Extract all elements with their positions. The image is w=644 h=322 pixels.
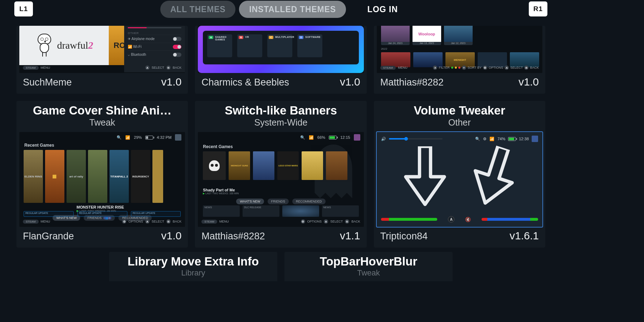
battery-pct: 29% [134, 135, 142, 140]
theme-version: v1.0 [518, 76, 539, 88]
theme-card[interactable]: Switch-like Banners System-Wide 🔍 📶 66% … [195, 101, 366, 248]
wifi-icon: 📶 [489, 137, 494, 141]
section-label: Recent Games [24, 143, 54, 148]
featured-title: MONSTER HUNTER RISE [77, 205, 124, 209]
theme-grid: drawful2 RO OTHER ✈ Airplane mode 📶 Wi-F… [16, 26, 545, 248]
battery-icon [329, 136, 337, 140]
theme-author: Charmics & Beebles [201, 77, 289, 88]
drawful-logo-text: drawful2 [57, 40, 93, 51]
search-icon: 🔍 [117, 135, 122, 140]
wifi-icon: 📶 [309, 135, 314, 140]
volume-slider [389, 138, 443, 140]
theme-author: Matthias#8282 [201, 231, 265, 242]
avatar [354, 134, 360, 141]
toggle-airplane [173, 37, 181, 41]
theme-grid-row-partial: Library Move Extra Info Library TopBarHo… [16, 252, 545, 281]
theme-card[interactable]: Library Move Extra Info Library [109, 252, 277, 281]
search-icon: 🔍 [300, 135, 305, 140]
theme-version: v1.0 [161, 230, 182, 242]
a-button-icon: A [448, 216, 454, 223]
library-tile: Jan 24, 2023 [381, 26, 410, 45]
battery-pct: 74% [497, 137, 505, 141]
library-tile: WooloopJan 13, 2023 [413, 26, 441, 45]
arrow-down-icon [402, 146, 448, 207]
featured-title: Shady Part of Me [203, 188, 239, 192]
theme-card[interactable]: drawful2 RO OTHER ✈ Airplane mode 📶 Wi-F… [16, 26, 188, 94]
top-bar: L1 ALL THEMES INSTALLED THEMES LOG IN R1 [0, 0, 562, 26]
theme-title: Library Move Extra Info [109, 255, 277, 268]
theme-preview: 🔍 📶 29% 4:32 PM Recent Games ELDEN RING … [19, 132, 185, 227]
theme-card[interactable]: Volume Tweaker Other 🔊 🔍 ⚙ 📶 74% 12:38 [374, 101, 545, 248]
year-divider: 2022 [381, 47, 387, 50]
theme-title: Volume Tweaker [380, 104, 540, 117]
library-tile: Jan 12, 2023 [444, 26, 473, 45]
theme-category: System-Wide [201, 117, 361, 128]
clock: 12:15 [340, 135, 350, 140]
theme-title: TopBarHoverBlur [284, 255, 453, 268]
preview-footer: STEAMMENU ASELECT BBACK [23, 64, 181, 71]
shoulder-r1-button[interactable]: R1 [529, 1, 547, 16]
theme-author: SuchMeme [23, 77, 72, 88]
preview-footer: STEAMMENU XFILTER YSORT BY ⚙OPTIONS ASEL… [380, 64, 539, 71]
panel-heading: OTHER [128, 31, 181, 35]
speaker-muted-icon: 🔇 [465, 217, 471, 222]
theme-preview: ASHARED GAMES BVR CMULTIPLAYER DSOFTWARE [198, 26, 364, 73]
tab-row: ALL THEMES INSTALLED THEMES LOG IN [160, 1, 401, 18]
theme-author: FlanGrande [23, 231, 74, 242]
collection-tile: ASHARED GAMES [207, 34, 232, 57]
arrow-down-icon [462, 141, 525, 213]
tab-all-themes[interactable]: ALL THEMES [160, 1, 236, 18]
theme-version: v1.1 [340, 230, 360, 242]
preview-logo-box: drawful2 [19, 26, 109, 65]
clock: 4:32 PM [157, 135, 171, 140]
theme-version: v1.0 [161, 76, 182, 88]
theme-card[interactable]: Game Cover Shine Ani… Tweak 🔍 📶 29% 4:32… [16, 101, 188, 248]
login-button[interactable]: LOG IN [364, 1, 401, 18]
volume-bar [482, 218, 538, 221]
theme-preview: drawful2 RO OTHER ✈ Airplane mode 📶 Wi-F… [19, 26, 185, 73]
theme-version: v1.0 [340, 76, 360, 88]
search-icon: 🔍 [475, 137, 480, 141]
collection-tile: CMULTIPLAYER [267, 34, 292, 57]
speaker-icon: 🔊 [381, 137, 386, 141]
theme-preview: 🔊 🔍 ⚙ 📶 74% 12:38 A 🔇 [377, 132, 542, 227]
theme-category: Other [380, 117, 540, 128]
battery-pct: 66% [317, 135, 325, 140]
theme-card[interactable]: ASHARED GAMES BVR CMULTIPLAYER DSOFTWARE… [195, 26, 366, 94]
owl-icon [35, 34, 54, 57]
battery-icon [145, 136, 153, 140]
theme-card[interactable]: TopBarHoverBlur Tweak [284, 252, 453, 281]
theme-author: Tripticon84 [380, 231, 428, 242]
volume-bar [381, 218, 438, 221]
wifi-icon: 📶 [125, 135, 130, 140]
shoulder-l1-button[interactable]: L1 [14, 1, 33, 16]
collection-tile: BVR [237, 34, 262, 57]
collection-tile: DSOFTWARE [297, 34, 322, 57]
toggle-wifi [173, 45, 181, 49]
theme-title: Switch-like Banners [201, 104, 361, 117]
battery-icon [508, 137, 516, 141]
theme-card[interactable]: Jan 24, 2023 WooloopJan 13, 2023 Jan 12,… [374, 26, 545, 94]
theme-preview: 🔍 📶 66% 12:15 Recent Games MIDNIGHT SUNS… [198, 132, 364, 227]
theme-title: Game Cover Shine Ani… [22, 104, 182, 117]
tab-installed-themes[interactable]: INSTALLED THEMES [239, 1, 346, 18]
toggle-bluetooth [173, 53, 181, 57]
avatar [175, 134, 181, 141]
gear-icon: ⚙ [483, 137, 487, 141]
theme-preview: Jan 24, 2023 WooloopJan 13, 2023 Jan 12,… [377, 26, 542, 73]
theme-author: Matthias#8282 [380, 77, 444, 88]
clock: 12:38 [519, 137, 529, 141]
theme-version: v1.6.1 [509, 230, 539, 242]
theme-category: Library [109, 268, 277, 278]
theme-category: Tweak [22, 117, 182, 128]
avatar [532, 136, 538, 142]
theme-category: Tweak [284, 268, 453, 278]
